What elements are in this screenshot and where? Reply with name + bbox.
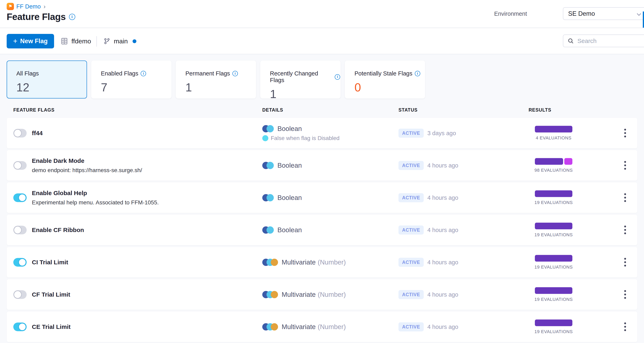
flag-row[interactable]: Enable Dark Modedemo endpoint: https://h… [7, 150, 637, 180]
evaluations-bar [535, 126, 572, 132]
info-icon[interactable]: i [140, 71, 146, 76]
kebab-menu-button[interactable] [621, 224, 629, 236]
kebab-menu-button[interactable] [621, 320, 629, 333]
flag-toggle[interactable] [13, 322, 27, 331]
flag-row[interactable]: ff44BooleanFalse when flag is DisabledAC… [7, 118, 637, 148]
evaluations-bar [535, 190, 572, 197]
git-branch-icon [103, 38, 110, 45]
evaluations-bar-segment [564, 158, 572, 165]
flag-toggle[interactable] [13, 129, 27, 138]
kebab-menu-button[interactable] [621, 288, 629, 301]
flag-toggle[interactable] [13, 161, 27, 170]
scrollbar-thumb[interactable] [643, 12, 644, 28]
flag-toggle[interactable] [13, 193, 27, 202]
flag-name[interactable]: CI Trial Limit [32, 259, 68, 266]
kebab-dot-icon [624, 129, 626, 130]
flag-description: demo endpoint: https://harness-se.surge.… [32, 167, 142, 174]
flag-row[interactable]: Enable CF RibbonBooleanACTIVE4 hours ago… [7, 215, 637, 245]
info-icon[interactable]: i [335, 74, 340, 80]
flag-type-suffix: (Number) [318, 258, 346, 266]
search-input[interactable] [578, 38, 638, 44]
evaluations-bar [535, 320, 572, 326]
stat-card-recently-changed-flags[interactable]: Recently Changed Flagsi1 [260, 60, 340, 98]
flag-row[interactable]: Enable Global HelpExperimental help menu… [7, 182, 637, 213]
kebab-menu-button[interactable] [621, 127, 629, 140]
status-badge: ACTIVE [398, 322, 424, 331]
kebab-dot-icon [624, 226, 626, 228]
flag-toggle[interactable] [13, 290, 27, 299]
kebab-dot-icon [624, 326, 626, 328]
flag-name[interactable]: Enable CF Ribbon [32, 226, 84, 234]
title-info-icon[interactable]: i [69, 14, 75, 20]
environment-label: Environment [494, 10, 527, 17]
kebab-dot-icon [624, 329, 626, 331]
flag-row[interactable]: CF Trial LimitMultivariate(Number)ACTIVE… [7, 279, 637, 310]
stat-card-permanent-flags[interactable]: Permanent Flagsi1 [176, 60, 256, 98]
flag-name[interactable]: Enable Dark Mode [32, 158, 142, 164]
last-updated: 4 hours ago [427, 226, 458, 233]
stat-card-value: 12 [16, 80, 86, 94]
breadcrumb: ⚑ FF Demo › [7, 3, 46, 10]
status-badge: ACTIVE [398, 258, 424, 267]
flag-name[interactable]: CF Trial Limit [32, 291, 70, 298]
kebab-dot-icon [624, 229, 626, 231]
toolbar-divider [96, 36, 97, 46]
flag-variation-note: False when flag is Disabled [271, 135, 340, 142]
toggle-knob-icon [14, 129, 22, 137]
kebab-dot-icon [624, 132, 626, 134]
flag-type-label: Multivariate [282, 291, 316, 298]
flag-type-label: Multivariate [282, 258, 316, 266]
status-badge: ACTIVE [398, 225, 424, 234]
info-icon[interactable]: i [232, 71, 238, 76]
flag-name[interactable]: ff44 [32, 130, 42, 136]
search-icon [567, 38, 574, 44]
column-header-results: RESULTS [528, 107, 552, 113]
breadcrumb-chevron-icon: › [44, 3, 46, 10]
column-header-status: STATUS [398, 107, 418, 113]
breadcrumb-project-link[interactable]: FF Demo [16, 3, 41, 10]
toggle-knob-icon [18, 323, 26, 331]
info-icon[interactable]: i [415, 71, 420, 76]
flag-toggle[interactable] [13, 258, 27, 266]
last-updated: 4 hours ago [427, 259, 458, 266]
flag-row[interactable]: CI Trial LimitMultivariate(Number)ACTIVE… [7, 247, 637, 278]
flag-table: ff44BooleanFalse when flag is DisabledAC… [7, 118, 637, 342]
kebab-dot-icon [624, 290, 626, 292]
kebab-menu-button[interactable] [621, 159, 629, 172]
branch-selector[interactable]: main [103, 28, 136, 54]
page-title: Feature Flags [7, 11, 66, 22]
stat-card-enabled-flags[interactable]: Enabled Flagsi7 [91, 60, 172, 98]
evaluations-count: 19 EVALUATIONS [534, 232, 573, 237]
flag-type-label: Boolean [278, 162, 302, 169]
evaluations-count: 19 EVALUATIONS [534, 329, 573, 334]
repo-selector[interactable]: ffdemo [60, 28, 91, 54]
stat-card-potentially-stale-flags[interactable]: Potentially Stale Flagsi0 [345, 60, 425, 98]
stat-card-value: 1 [186, 80, 256, 94]
toggle-knob-icon [14, 162, 22, 169]
stat-card-value: 7 [101, 80, 171, 94]
stat-card-value: 0 [354, 80, 425, 94]
evaluations-bar-segment [535, 287, 572, 294]
kebab-dot-icon [624, 232, 626, 234]
kebab-dot-icon [624, 265, 626, 266]
kebab-dot-icon [624, 297, 626, 299]
stat-card-label: Enabled Flags [101, 70, 138, 77]
kebab-menu-button[interactable] [621, 256, 629, 269]
evaluations-count: 19 EVALUATIONS [534, 200, 573, 205]
evaluations-bar-segment [535, 255, 572, 262]
flag-name[interactable]: Enable Global Help [32, 190, 159, 196]
status-badge: ACTIVE [398, 290, 424, 299]
flag-type-icon [262, 162, 274, 169]
flag-toggle[interactable] [13, 226, 27, 234]
search-box [563, 34, 644, 47]
kebab-menu-button[interactable] [621, 191, 629, 204]
flag-row[interactable]: CE Trial LimitMultivariate(Number)ACTIVE… [7, 312, 637, 342]
toolbar: + New Flag ffdemo main [0, 28, 644, 54]
branch-name: main [114, 38, 128, 45]
stat-card-all-flags[interactable]: All Flags12 [7, 60, 87, 98]
flag-name[interactable]: CE Trial Limit [32, 324, 70, 330]
environment-select[interactable]: SE Demo [563, 7, 644, 20]
new-flag-button[interactable]: + New Flag [7, 34, 54, 48]
kebab-dot-icon [624, 261, 626, 263]
column-header-details: DETAILS [262, 107, 283, 113]
